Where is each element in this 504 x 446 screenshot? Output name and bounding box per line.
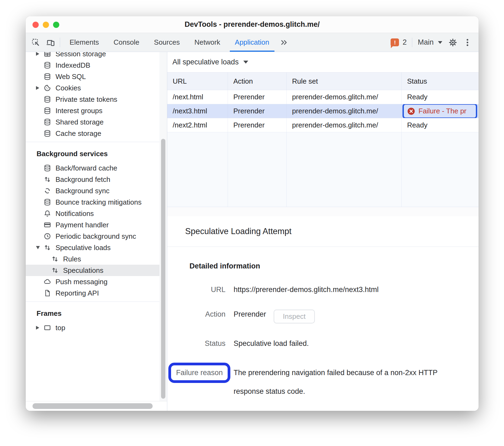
sidebar-item-rules[interactable]: Rules (26, 253, 159, 265)
speculations-table: URLActionRule setStatus /next.htmlPreren… (167, 72, 479, 207)
target-selector-dropdown[interactable]: Main (414, 33, 446, 52)
speculation-detail-view: Speculative Loading Attempt Detailed inf… (167, 216, 479, 411)
detail-label: Action (185, 310, 225, 319)
sidebar-item-indexeddb[interactable]: IndexedDB (26, 60, 159, 71)
sidebar-item-reporting-api[interactable]: Reporting API (26, 287, 159, 299)
sidebar-item-private-state-tokens[interactable]: Private state tokens (26, 94, 159, 105)
sidebar-horizontal-scrollbar[interactable] (32, 403, 153, 409)
detail-label: URL (185, 286, 225, 294)
inspect-button[interactable]: Inspect (274, 310, 315, 323)
inspect-element-button[interactable] (28, 33, 43, 52)
sidebar-item-background-sync[interactable]: Background sync (26, 185, 159, 196)
sidebar-item-back-forward-cache[interactable]: Back/forward cache (26, 162, 159, 174)
table-row-next2-html[interactable]: /next2.htmlPrerenderprerender-demos.glit… (167, 118, 479, 132)
column-header-rule-set[interactable]: Rule set (287, 73, 402, 90)
sidebar-item-top[interactable]: top (26, 322, 159, 333)
sidebar-item-speculations[interactable]: Speculations (26, 265, 159, 276)
issues-counter[interactable]: ! 2 (387, 33, 410, 52)
window-controls (32, 22, 59, 28)
detail-value: Speculative load failed. (234, 339, 309, 348)
detail-row-action: ActionPrerenderInspect (185, 310, 479, 323)
updown-icon (51, 255, 59, 263)
sidebar-item-shared-storage[interactable]: Shared storage (26, 116, 159, 128)
kebab-menu-icon (463, 38, 472, 47)
sidebar-item-label: Reporting API (55, 289, 99, 297)
titlebar: DevTools - prerender-demos.glitch.me/ (26, 16, 479, 33)
table-header-row: URLActionRule setStatus (167, 72, 479, 90)
detail-value: The prerendering navigation failed becau… (234, 363, 439, 401)
sidebar-item-payment-handler[interactable]: Payment handler (26, 219, 159, 231)
column-header-url[interactable]: URL (167, 73, 228, 90)
table-row-next-html[interactable]: /next.htmlPrerenderprerender-demos.glitc… (167, 90, 479, 104)
sidebar-item-notifications[interactable]: Notifications (26, 208, 159, 219)
detail-row-status: StatusSpeculative load failed. (185, 339, 479, 348)
target-selector-label: Main (418, 38, 434, 47)
sidebar-item-label: Periodic background sync (55, 232, 136, 241)
zoom-window-button[interactable] (53, 22, 59, 28)
sidebar-item-cookies[interactable]: Cookies (26, 82, 159, 94)
tab-application[interactable]: Application (228, 33, 277, 52)
minimize-window-button[interactable] (43, 22, 49, 28)
devtools-window: DevTools - prerender-demos.glitch.me/ (26, 16, 479, 411)
sidebar-item-periodic-background-sync[interactable]: Periodic background sync (26, 231, 159, 242)
tab-network[interactable]: Network (187, 33, 227, 52)
sidebar-item-label: IndexedDB (55, 61, 90, 70)
sidebar-item-session-storage[interactable]: Session storage (26, 52, 159, 60)
sidebar-item-label: Session storage (55, 52, 106, 58)
kebab-menu-button[interactable] (460, 33, 475, 52)
sidebar-item-label: Bounce tracking mitigations (55, 198, 142, 206)
double-chevron-icon (279, 38, 289, 47)
cell-status: Failure - The pr (402, 104, 479, 118)
speculative-loads-filter-dropdown[interactable]: All speculative loads (172, 58, 248, 66)
chevron-down-icon (438, 41, 442, 44)
cell-action: Prerender (228, 104, 287, 118)
toolbar-separator (412, 38, 412, 47)
disclosure-expanded-icon[interactable] (36, 246, 43, 249)
sidebar-item-background-fetch[interactable]: Background fetch (26, 174, 159, 185)
more-tabs-button[interactable] (277, 33, 291, 52)
db-icon (43, 198, 52, 206)
disclosure-collapsed-icon[interactable] (36, 52, 43, 56)
sidebar-item-bounce-tracking-mitigations[interactable]: Bounce tracking mitigations (26, 196, 159, 208)
sidebar-item-speculative-loads[interactable]: Speculative loads (26, 242, 159, 253)
sidebar-item-label: Rules (63, 255, 81, 263)
table-row-next3-html[interactable]: /next3.htmlPrerenderprerender-demos.glit… (167, 104, 479, 118)
sidebar-item-label: Notifications (55, 209, 94, 218)
tab-sources[interactable]: Sources (147, 33, 187, 52)
device-toolbar-icon (46, 38, 55, 47)
tab-elements[interactable]: Elements (62, 33, 106, 52)
column-header-action[interactable]: Action (228, 73, 287, 90)
cell-rule-set: prerender-demos.glitch.me/ (287, 118, 402, 132)
devtools-toolbar: ElementsConsoleSourcesNetworkApplication… (26, 33, 479, 52)
disclosure-collapsed-icon[interactable] (36, 86, 43, 90)
column-header-status[interactable]: Status (402, 73, 479, 90)
cell-rule-set: prerender-demos.glitch.me/ (287, 104, 402, 118)
issues-badge-icon: ! (391, 38, 399, 46)
detail-divider (167, 247, 479, 247)
sidebar-item-cache-storage[interactable]: Cache storage (26, 128, 159, 139)
desktop-background: DevTools - prerender-demos.glitch.me/ (0, 0, 504, 446)
device-toolbar-button[interactable] (43, 33, 58, 52)
cookie-icon (43, 84, 52, 92)
panel-tabs: ElementsConsoleSourcesNetworkApplication (62, 33, 277, 52)
sync-icon (43, 186, 52, 195)
detail-section-title: Detailed information (189, 262, 479, 270)
disclosure-collapsed-icon[interactable] (36, 326, 43, 330)
cell-action: Prerender (228, 118, 287, 132)
sidebar-item-label: Interest groups (55, 107, 102, 115)
table-empty-area (167, 132, 479, 207)
sidebar-item-interest-groups[interactable]: Interest groups (26, 105, 159, 116)
cell-rule-set: prerender-demos.glitch.me/ (287, 90, 402, 104)
close-window-button[interactable] (32, 22, 39, 28)
detail-value: https://prerender-demos.glitch.me/next3.… (234, 285, 379, 294)
failure-reason-text: The prerendering navigation failed becau… (234, 363, 439, 401)
cell-url: /next.html (167, 90, 228, 104)
sidebar-item-push-messaging[interactable]: Push messaging (26, 276, 159, 287)
sidebar-item-web-sql[interactable]: Web SQL (26, 71, 159, 82)
tab-console[interactable]: Console (106, 33, 146, 52)
table-icon (43, 52, 52, 58)
sidebar-vertical-scrollbar[interactable] (161, 139, 165, 399)
settings-gear-button[interactable] (446, 33, 460, 52)
detail-label: Status (185, 339, 225, 348)
cell-status: Ready (402, 118, 479, 132)
